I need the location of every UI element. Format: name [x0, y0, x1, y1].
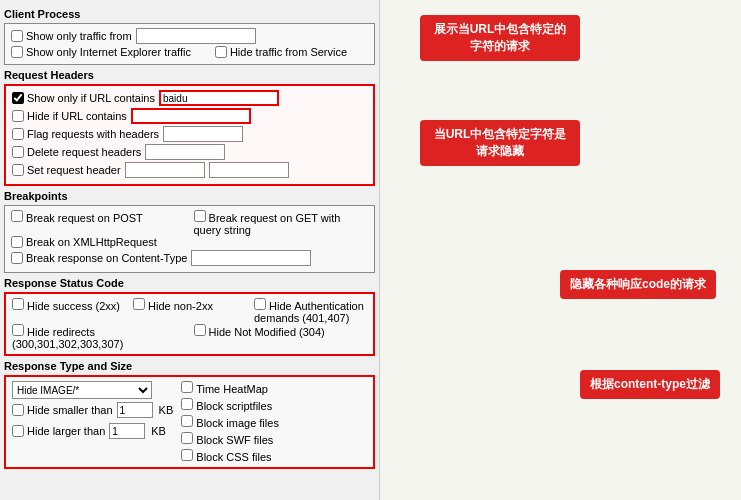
breakpoints-row1: Break request on POST Break request on G…: [11, 210, 368, 236]
hide-non2xx-col: Hide non-2xx: [133, 298, 246, 324]
response-type-left: Hide IMAGE/* Hide TEXT/* Hide APPLICATIO…: [12, 381, 173, 463]
break-get-checkbox[interactable]: [194, 210, 206, 222]
delete-request-label: Delete request headers: [12, 146, 141, 158]
set-request-row: Set request header: [12, 162, 367, 178]
main-container: Client Process Show only traffic from Sh…: [0, 0, 741, 500]
client-process-section: Show only traffic from Show only Interne…: [4, 23, 375, 65]
response-type-title: Response Type and Size: [4, 360, 375, 372]
hide-not-modified-checkbox[interactable]: [194, 324, 206, 336]
break-response-label: Break response on Content-Type: [11, 252, 187, 264]
response-status-section: Hide success (2xx) Hide non-2xx Hide Aut…: [4, 292, 375, 356]
ie-traffic-checkbox[interactable]: [11, 46, 23, 58]
hide-larger-spinner: [109, 423, 145, 439]
hide-auth-col: Hide Authentication demands (401,407): [254, 298, 367, 324]
break-get-label: Break request on GET with query string: [194, 212, 341, 236]
show-only-url-label: Show only if URL contains: [12, 92, 155, 104]
hide-success-label: Hide success (2xx): [12, 300, 120, 312]
block-swf-checkbox[interactable]: [181, 432, 193, 444]
block-swf-label: Block SWF files: [181, 432, 279, 446]
delete-request-row: Delete request headers: [12, 144, 367, 160]
hide-not-modified-col: Hide Not Modified (304): [194, 324, 368, 350]
hide-larger-input[interactable]: [109, 423, 145, 439]
hide-if-url-input[interactable]: [131, 108, 251, 124]
request-headers-section: Show only if URL contains Hide if URL co…: [4, 84, 375, 186]
annotation-2: 当URL中包含特定字符是请求隐藏: [420, 120, 580, 166]
annotation-3: 隐藏各种响应code的请求: [560, 270, 716, 299]
client-process-title: Client Process: [4, 8, 375, 20]
block-scriptfiles-checkbox[interactable]: [181, 398, 193, 410]
status-row1: Hide success (2xx) Hide non-2xx Hide Aut…: [12, 298, 367, 324]
status-row2: Hide redirects (300,301,302,303,307) Hid…: [12, 324, 367, 350]
break-xml-label: Break on XMLHttpRequest: [11, 236, 157, 248]
show-only-url-input[interactable]: [159, 90, 279, 106]
show-only-url-checkbox[interactable]: [12, 92, 24, 104]
hide-auth-checkbox[interactable]: [254, 298, 266, 310]
time-heatmap-checkbox[interactable]: [181, 381, 193, 393]
flag-requests-label: Flag requests with headers: [12, 128, 159, 140]
show-only-traffic-row: Show only traffic from: [11, 28, 368, 44]
hide-redirects-col: Hide redirects (300,301,302,303,307): [12, 324, 186, 350]
right-annotations-panel: 展示当URL中包含特定的字符的请求 当URL中包含特定字符是请求隐藏 隐藏各种响…: [380, 0, 741, 500]
break-post-label: Break request on POST: [11, 212, 143, 224]
show-only-url-row: Show only if URL contains: [12, 90, 367, 106]
hide-non2xx-checkbox[interactable]: [133, 298, 145, 310]
show-only-traffic-label: Show only traffic from: [11, 30, 132, 42]
hide-image-dropdown[interactable]: Hide IMAGE/* Hide TEXT/* Hide APPLICATIO…: [12, 381, 152, 399]
hide-smaller-checkbox[interactable]: [12, 404, 24, 416]
response-type-top: Hide IMAGE/* Hide TEXT/* Hide APPLICATIO…: [12, 381, 367, 463]
ie-traffic-label: Show only Internet Explorer traffic: [11, 46, 191, 58]
hide-not-modified-label: Hide Not Modified (304): [194, 326, 325, 338]
break-response-checkbox[interactable]: [11, 252, 23, 264]
block-css-checkbox[interactable]: [181, 449, 193, 461]
response-status-title: Response Status Code: [4, 277, 375, 289]
break-get-col: Break request on GET with query string: [194, 210, 369, 236]
flag-requests-checkbox[interactable]: [12, 128, 24, 140]
hide-if-url-label: Hide if URL contains: [12, 110, 127, 122]
hide-smaller-input[interactable]: [117, 402, 153, 418]
hide-smaller-row: Hide smaller than KB: [12, 402, 173, 418]
hide-auth-label: Hide Authentication demands (401,407): [254, 300, 364, 324]
hide-service-label: Hide traffic from Service: [215, 46, 347, 58]
time-heatmap-label: Time HeatMap: [181, 381, 279, 395]
hide-larger-row: Hide larger than KB: [12, 423, 173, 439]
hide-larger-checkbox[interactable]: [12, 425, 24, 437]
set-request-checkbox[interactable]: [12, 164, 24, 176]
hide-larger-label: Hide larger than: [12, 425, 105, 437]
block-scriptfiles-label: Block scriptfiles: [181, 398, 279, 412]
show-only-traffic-input[interactable]: [136, 28, 256, 44]
left-panel: Client Process Show only traffic from Sh…: [0, 0, 380, 500]
flag-requests-input[interactable]: [163, 126, 243, 142]
delete-request-input[interactable]: [145, 144, 225, 160]
set-request-label: Set request header: [12, 164, 121, 176]
break-response-input[interactable]: [191, 250, 311, 266]
set-request-input1[interactable]: [125, 162, 205, 178]
hide-smaller-spinner: [117, 402, 153, 418]
hide-redirects-label: Hide redirects (300,301,302,303,307): [12, 326, 123, 350]
annotation-4: 根据content-type过滤: [580, 370, 720, 399]
set-request-input2[interactable]: [209, 162, 289, 178]
show-only-traffic-checkbox[interactable]: [11, 30, 23, 42]
response-type-section: Hide IMAGE/* Hide TEXT/* Hide APPLICATIO…: [4, 375, 375, 469]
block-image-checkbox[interactable]: [181, 415, 193, 427]
hide-success-checkbox[interactable]: [12, 298, 24, 310]
break-response-row: Break response on Content-Type: [11, 250, 368, 266]
hide-redirects-checkbox[interactable]: [12, 324, 24, 336]
hide-non2xx-label: Hide non-2xx: [133, 300, 213, 312]
block-css-label: Block CSS files: [181, 449, 279, 463]
hide-if-url-checkbox[interactable]: [12, 110, 24, 122]
response-type-right: Time HeatMap Block scriptfiles Block ima…: [181, 381, 279, 463]
hide-success-col: Hide success (2xx): [12, 298, 125, 324]
ie-traffic-row: Show only Internet Explorer traffic Hide…: [11, 46, 368, 58]
annotation-1: 展示当URL中包含特定的字符的请求: [420, 15, 580, 61]
request-headers-title: Request Headers: [4, 69, 375, 81]
hide-smaller-label: Hide smaller than: [12, 404, 113, 416]
break-xml-checkbox[interactable]: [11, 236, 23, 248]
break-post-checkbox[interactable]: [11, 210, 23, 222]
breakpoints-section: Break request on POST Break request on G…: [4, 205, 375, 273]
hide-service-checkbox[interactable]: [215, 46, 227, 58]
delete-request-checkbox[interactable]: [12, 146, 24, 158]
block-image-label: Block image files: [181, 415, 279, 429]
hide-if-url-row: Hide if URL contains: [12, 108, 367, 124]
break-post-col: Break request on POST: [11, 210, 186, 236]
flag-requests-row: Flag requests with headers: [12, 126, 367, 142]
